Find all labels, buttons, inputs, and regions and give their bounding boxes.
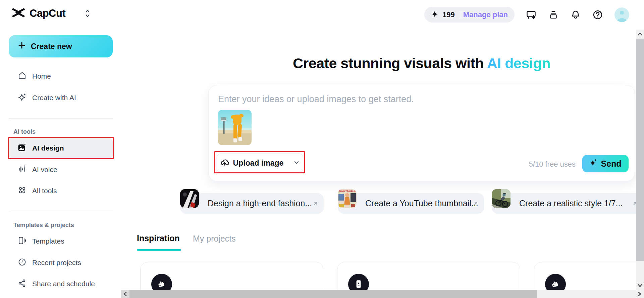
credits-count: 199 bbox=[442, 10, 455, 19]
templates-icon bbox=[17, 236, 27, 247]
create-new-button[interactable]: Create new bbox=[9, 35, 113, 57]
tab-my-projects[interactable]: My projects bbox=[193, 234, 236, 244]
sidebar-item-label: Recent projects bbox=[32, 259, 81, 267]
help-icon[interactable] bbox=[592, 9, 603, 20]
prompt-placeholder[interactable]: Enter your ideas or upload images to get… bbox=[218, 94, 414, 104]
upload-cloud-icon bbox=[220, 158, 229, 168]
active-tab-underline bbox=[137, 249, 181, 251]
sparkle-credits-icon bbox=[431, 10, 438, 19]
send-sparkle-icon bbox=[589, 159, 597, 169]
sidebar-item-share-and-schedule[interactable]: Share and schedule bbox=[9, 275, 113, 292]
suggestion-chip-label: Create a realistic style 1/7... bbox=[519, 199, 623, 208]
page-title-highlight: AI design bbox=[487, 55, 550, 71]
create-new-label: Create new bbox=[31, 42, 72, 51]
prompt-composer[interactable]: Enter your ideas or upload images to get… bbox=[208, 85, 635, 181]
sidebar-item-label: Home bbox=[32, 72, 51, 80]
workspace-selector-icon[interactable] bbox=[85, 9, 90, 18]
youtube-thumbnail: TOKYO TRAVEL VL bbox=[338, 189, 357, 208]
vertical-scrollbar[interactable] bbox=[636, 30, 644, 290]
horizontal-scrollbar[interactable] bbox=[121, 290, 644, 298]
suggestion-chip-label: Design a high-end fashion... bbox=[208, 199, 312, 208]
sidebar-item-templates[interactable]: Templates bbox=[9, 233, 113, 250]
sidebar-item-all-tools[interactable]: All tools bbox=[9, 182, 113, 199]
scroll-up-icon[interactable] bbox=[636, 30, 644, 38]
sidebar-item-label: All tools bbox=[32, 187, 57, 195]
sidebar-item-create-with-ai[interactable]: Create with AI bbox=[9, 89, 113, 106]
send-button[interactable]: Send bbox=[582, 155, 629, 172]
avatar[interactable] bbox=[614, 7, 629, 22]
sidebar-item-label: Templates bbox=[32, 237, 64, 245]
upload-image-button[interactable]: Upload image bbox=[217, 154, 303, 172]
brand[interactable]: CapCut bbox=[11, 7, 90, 19]
brand-wordmark: CapCut bbox=[30, 7, 65, 19]
sidebar-divider bbox=[9, 211, 113, 211]
notifications-bell-icon[interactable] bbox=[570, 9, 581, 20]
scroll-down-icon[interactable] bbox=[636, 281, 644, 290]
download-desktop-icon[interactable] bbox=[526, 9, 537, 20]
send-label: Send bbox=[601, 159, 621, 169]
suggestion-chip-label: Create a YouTube thumbnail... bbox=[365, 199, 478, 208]
svg-text:TOKYO TRAVEL VL: TOKYO TRAVEL VL bbox=[338, 190, 357, 192]
uploaded-image-thumbnail[interactable] bbox=[218, 110, 252, 145]
open-arrow-icon bbox=[312, 201, 318, 208]
sidebar-divider bbox=[9, 118, 113, 119]
manage-plan-link[interactable]: Manage plan bbox=[463, 10, 508, 19]
free-uses-counter: 5/10 free uses bbox=[529, 160, 576, 169]
purchases-stack-icon[interactable] bbox=[548, 9, 559, 20]
pill-divider bbox=[459, 11, 459, 18]
sidebar-item-label: Create with AI bbox=[32, 94, 76, 102]
topbar: CapCut 199 Manage plan bbox=[0, 0, 644, 29]
upload-button-divider bbox=[289, 159, 289, 167]
all-tools-icon bbox=[17, 185, 27, 197]
sidebar-section-label: AI tools bbox=[13, 128, 36, 135]
chevron-down-icon[interactable] bbox=[293, 159, 300, 167]
sidebar-item-label: Share and schedule bbox=[32, 280, 95, 288]
plus-icon bbox=[18, 42, 25, 51]
sidebar-item-home[interactable]: Home bbox=[9, 68, 113, 85]
topbar-actions: 199 Manage plan bbox=[424, 7, 629, 23]
sidebar-section-label: Templates & projects bbox=[13, 222, 74, 229]
home-icon bbox=[17, 71, 27, 82]
capcut-app: CapCut 199 Manage plan bbox=[0, 0, 644, 298]
capcut-logo-icon bbox=[11, 7, 25, 19]
sidebar-item-recent-projects[interactable]: Recent projects bbox=[9, 254, 113, 271]
ai-sparkle-icon bbox=[17, 92, 27, 103]
page-title-prefix: Create stunning visuals with bbox=[293, 55, 484, 71]
suggestion-chip-realistic[interactable]: Create a realistic style 1/7... bbox=[492, 193, 643, 214]
sidebar-item-ai-voice[interactable]: AI voice bbox=[9, 161, 113, 178]
clock-icon bbox=[17, 257, 27, 268]
cyclist-thumbnail bbox=[492, 189, 511, 208]
vertical-scrollbar-thumb[interactable] bbox=[636, 39, 644, 261]
scroll-left-icon[interactable] bbox=[121, 290, 129, 298]
sidebar-item-label: AI voice bbox=[32, 166, 57, 174]
suggestion-chip-youtube[interactable]: TOKYO TRAVEL VL Create a YouTube thumbna… bbox=[338, 193, 484, 214]
ai-design-icon bbox=[17, 143, 27, 154]
page-title: Create stunning visuals with AI design bbox=[208, 55, 635, 72]
share-icon bbox=[17, 279, 27, 290]
upload-image-label: Upload image bbox=[233, 159, 284, 168]
fashion-thumbnail bbox=[180, 189, 199, 208]
sidebar-item-label: AI design bbox=[32, 144, 64, 152]
scroll-right-icon[interactable] bbox=[635, 290, 644, 298]
tab-inspiration[interactable]: Inspiration bbox=[137, 233, 180, 243]
suggestion-chip-fashion[interactable]: Design a high-end fashion... bbox=[180, 193, 324, 214]
sidebar-item-ai-design[interactable]: AI design bbox=[9, 138, 113, 159]
horizontal-scrollbar-thumb[interactable] bbox=[129, 290, 537, 298]
credits-pill[interactable]: 199 Manage plan bbox=[424, 7, 515, 23]
open-arrow-icon bbox=[473, 201, 479, 208]
ai-voice-icon bbox=[17, 164, 27, 175]
sidebar: Create new Home Create with AI AI tools bbox=[0, 29, 121, 298]
